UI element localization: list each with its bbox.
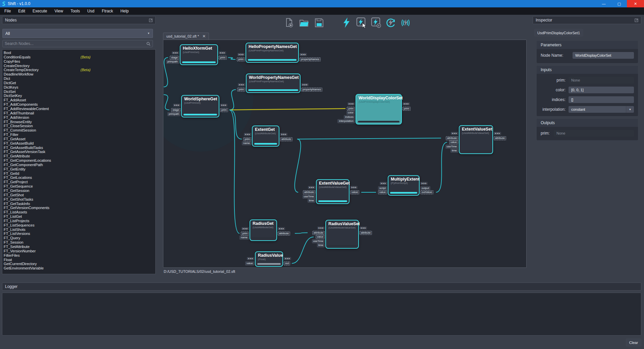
node-list-item[interactable]: FilterFiles	[2, 253, 155, 258]
node-list-item[interactable]: FT_GetProject	[2, 180, 155, 184]
tab-usd-tutorial-02[interactable]: usd_tutorial_02.sft * ✕	[163, 33, 209, 40]
node-list-item[interactable]: FT_AddReviewableContent	[2, 107, 155, 111]
node-list-item[interactable]: FT_AddVersion	[2, 115, 155, 120]
port-RadiusValue-out[interactable]: out	[284, 261, 290, 265]
port-ExtentValueGet-time[interactable]: time	[308, 199, 315, 203]
float-panel-icon[interactable]	[149, 18, 153, 22]
port-RadiusGet-attribute[interactable]: attribute	[278, 232, 290, 236]
port-ExtentValueSet-attribute[interactable]: attribute	[446, 136, 458, 140]
menu-item-ftrack[interactable]: Ftrack	[98, 7, 117, 15]
param-field-interpolation[interactable]: constant▼	[569, 106, 634, 113]
node-list-item[interactable]: FT_GetAttribute	[2, 154, 155, 158]
node-list-item[interactable]: Dict	[2, 77, 155, 81]
node-list-item[interactable]: FT_GetComponentLocations	[2, 158, 155, 163]
graph-node-ExtentValueSet[interactable]: ExtentValueSet(UsdAttributeValueSet)	[459, 125, 493, 154]
port-WorldSphereGet-stage[interactable]: stage	[171, 108, 180, 112]
node-list-item[interactable]: FT_GetSession	[2, 189, 155, 193]
graph-canvas[interactable]: HelloXformGet(UsdPrimGet)>>>stageprimpat…	[163, 40, 527, 268]
node-list-item[interactable]: FT_AddAsset	[2, 98, 155, 102]
graph-node-HelloPropertyNamesGet[interactable]: HelloPropertyNamesGet(UsdPrimPropertyNam…	[246, 43, 299, 63]
port-RadiusGet-prim[interactable]: prim	[241, 232, 249, 236]
node-list-item[interactable]: FT_ListAssets	[2, 210, 155, 214]
port-WorldSphereGet-prim[interactable]: prim	[220, 108, 228, 112]
node-list-item[interactable]: FT_GetTaskInfo	[2, 202, 155, 206]
graph-node-WorldDisplayColorSet[interactable]: WorldDisplayColorSet(UsdPrimDisplayColor…	[356, 94, 402, 124]
node-list-item[interactable]: FT_GetVersionComponents	[2, 206, 155, 210]
node-list-item[interactable]: FT_CommitSession	[2, 128, 155, 133]
node-list-item[interactable]: DictGet	[2, 81, 155, 85]
menu-item-tools[interactable]: Tools	[67, 7, 84, 15]
menu-item-edit[interactable]: Edit	[14, 7, 29, 15]
node-list-item[interactable]: FT_GetAssetBuildTasks	[2, 146, 155, 150]
port-RadiusValueSet-attribute[interactable]: attribute	[360, 231, 372, 235]
node-list-item[interactable]: FT_GetAssetVersionTask	[2, 150, 155, 154]
inspector-node-tab[interactable]: UsdPrimDisplayColorSet1	[534, 29, 583, 37]
port-HelloXformGet-primpath[interactable]: primpath	[166, 60, 179, 64]
port-WorldDisplayColorSet-color[interactable]: color	[346, 111, 355, 115]
node-list-item[interactable]: GetCurrentDirectory	[2, 262, 155, 266]
graph-node-WorldSphereGet[interactable]: WorldSphereGet(UsdPrimGet)	[181, 95, 219, 117]
port-ExtentGet-prim[interactable]: prim	[243, 137, 251, 141]
port-WorldDisplayColorSet-indices[interactable]: indices	[344, 115, 355, 119]
node-list-item[interactable]: DictSet	[2, 90, 155, 94]
close-button[interactable]: ✕	[627, 0, 644, 7]
node-list-item[interactable]: FT_CloseSession	[2, 124, 155, 128]
graph-node-RadiusValueSet[interactable]: RadiusValueSet(UsdAttributeValueSet)	[325, 220, 359, 249]
live-execute-icon[interactable]	[400, 17, 411, 29]
param-field-color[interactable]: [0, 0, 1]	[569, 87, 634, 93]
node-list-item[interactable]: GetEnvironmentVariable	[2, 266, 155, 270]
execute-selected-icon[interactable]	[356, 17, 366, 29]
node-list-item[interactable]: CopyFiles	[2, 59, 155, 64]
graph-node-MultiplyExtent[interactable]: MultiplyExtent(PythonScript)	[388, 175, 420, 196]
search-nodes-input[interactable]: Search Nodes...	[2, 40, 153, 47]
port-HelloPropertyNamesGet-propertyNames[interactable]: propertyNames	[300, 57, 321, 61]
node-list-item[interactable]: FT_ListShots	[2, 228, 155, 232]
clear-logger-button[interactable]: Clear	[626, 339, 641, 346]
node-list-item[interactable]: FT_GetSequence	[2, 184, 155, 189]
menu-item-execute[interactable]: Execute	[29, 7, 51, 15]
node-list-item[interactable]: ConditionEquals(Beta)	[2, 55, 155, 59]
node-filter-dropdown[interactable]: All ▼	[2, 29, 153, 38]
port-RadiusValueSet-time[interactable]: time	[317, 243, 325, 247]
graph-node-HelloXformGet[interactable]: HelloXformGet(UsdPrimGet)	[180, 44, 218, 65]
port-RadiusValue-value[interactable]: value	[245, 261, 254, 265]
node-list-item[interactable]: FT_GetLocations	[2, 176, 155, 180]
port-HelloXformGet-prim[interactable]: prim	[219, 56, 227, 60]
port-ExtentValueGet-value[interactable]: value	[350, 190, 359, 194]
port-RadiusGet-name[interactable]: name	[239, 236, 249, 240]
node-list-item[interactable]: FT_Filter	[2, 133, 155, 137]
node-list-item[interactable]: DictKeys	[2, 85, 155, 90]
graph-node-ExtentValueGet[interactable]: ExtentValueGet(UsdAttributeValueGet)	[316, 179, 350, 204]
port-MultiplyExtent-value[interactable]: value	[378, 190, 387, 194]
node-list-item[interactable]: FT_GetComponentPath	[2, 163, 155, 167]
port-WorldDisplayColorSet-prim[interactable]: prim	[347, 107, 355, 111]
auto-execute-icon[interactable]	[386, 17, 396, 29]
port-ExtentValueSet-useTime[interactable]: useTime	[445, 145, 458, 149]
minimize-button[interactable]: —	[596, 0, 611, 7]
open-file-icon[interactable]	[299, 17, 309, 29]
maximize-button[interactable]: ▢	[611, 0, 627, 7]
node-list-item[interactable]: CreateDirectory	[2, 64, 155, 68]
new-file-icon[interactable]	[284, 17, 294, 29]
node-list-item[interactable]: FT_GetAsset	[2, 137, 155, 141]
node-list-item[interactable]: Bool	[2, 51, 155, 55]
port-ExtentValueSet-value[interactable]: value	[449, 140, 458, 144]
port-MultiplyExtent-outValue[interactable]: outValue	[420, 190, 433, 194]
node-list-item[interactable]: FT_Session	[2, 240, 155, 245]
graph-node-RadiusGet[interactable]: RadiusGet(UsdAttributeGet)	[250, 219, 277, 241]
menu-item-view[interactable]: View	[51, 7, 67, 15]
port-HelloXformGet-stage[interactable]: stage	[170, 56, 179, 60]
port-MultiplyExtent-script[interactable]: script	[378, 186, 387, 190]
chevron-down-icon[interactable]: ▼	[626, 106, 634, 113]
port-WorldSphereGet-primpath[interactable]: primpath	[167, 112, 180, 116]
port-RadiusValueSet-attribute[interactable]: attribute	[312, 231, 325, 235]
port-WorldDisplayColorSet-interpolation[interactable]: interpolation	[337, 119, 355, 123]
port-ExtentValueSet-time[interactable]: time	[450, 149, 458, 153]
node-list-item[interactable]: FT_GetShotTasks	[2, 197, 155, 202]
node-list-item[interactable]: FT_VersionNumber	[2, 249, 155, 253]
port-MultiplyExtent-output[interactable]: output	[420, 186, 430, 190]
graph-node-RadiusValue[interactable]: RadiusValue(Float)	[255, 251, 283, 267]
execute-from-selected-icon[interactable]	[371, 17, 381, 29]
menu-item-usd[interactable]: Usd	[84, 7, 98, 15]
node-list-item[interactable]: FT_ListVersions	[2, 232, 155, 236]
